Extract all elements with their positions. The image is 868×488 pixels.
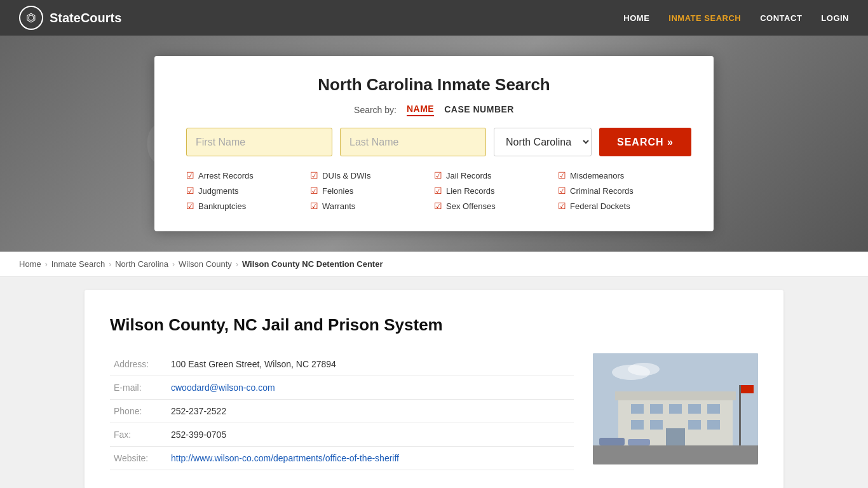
fax-value: 252-399-0705 <box>167 423 574 447</box>
check-icon: ☑ <box>186 201 194 211</box>
record-dui-label: DUIs & DWIs <box>322 171 371 180</box>
tab-case-number[interactable]: CASE NUMBER <box>444 104 514 116</box>
jail-image <box>593 353 758 464</box>
record-judgments-label: Judgments <box>198 186 239 196</box>
logo-text: StateCourts <box>50 11 121 25</box>
breadcrumb-north-carolina[interactable]: North Carolina <box>115 259 168 269</box>
record-jail: ☑ Jail Records <box>434 169 558 182</box>
state-select[interactable]: North Carolina Alabama Alaska Arizona Ca… <box>494 128 592 156</box>
check-icon: ☑ <box>310 186 318 196</box>
breadcrumb-wilson-county[interactable]: Wilson County <box>179 259 232 269</box>
check-icon: ☑ <box>434 170 442 180</box>
record-types-grid: ☑ Arrest Records ☑ DUIs & DWIs ☑ Jail Re… <box>186 169 682 212</box>
search-by-row: Search by: NAME CASE NUMBER <box>186 104 682 116</box>
svg-rect-18 <box>739 385 741 445</box>
check-icon: ☑ <box>558 186 566 196</box>
table-row: E-mail: cwoodard@wilson-co.com <box>110 376 574 400</box>
record-warrants: ☑ Warrants <box>310 200 434 212</box>
nav-contact[interactable]: CONTACT <box>760 13 802 23</box>
site-header: ⏣ StateCourts HOME INMATE SEARCH CONTACT… <box>0 0 868 36</box>
phone-value: 252-237-2522 <box>167 400 574 423</box>
check-icon: ☑ <box>558 201 566 211</box>
nav-inmate-search[interactable]: INMATE SEARCH <box>668 13 741 23</box>
check-icon: ☑ <box>434 201 442 211</box>
svg-rect-6 <box>631 404 644 414</box>
svg-rect-3 <box>593 445 758 464</box>
fax-label: Fax: <box>110 423 167 447</box>
jail-image-placeholder <box>593 353 758 464</box>
nav-home[interactable]: HOME <box>623 13 649 23</box>
table-row: Website: http://www.wilson-co.com/depart… <box>110 447 574 470</box>
tab-name[interactable]: NAME <box>407 104 434 116</box>
last-name-input[interactable] <box>340 128 486 156</box>
breadcrumb: Home › Inmate Search › North Carolina › … <box>0 252 868 277</box>
svg-rect-17 <box>628 439 650 445</box>
record-bankruptcy-label: Bankruptcies <box>198 201 246 211</box>
svg-rect-12 <box>650 420 663 430</box>
record-lien-label: Lien Records <box>446 186 495 196</box>
record-jail-label: Jail Records <box>446 171 492 180</box>
breadcrumb-inmate-search[interactable]: Inmate Search <box>51 259 105 269</box>
check-icon: ☑ <box>434 186 442 196</box>
nav-login[interactable]: LOGIN <box>821 13 849 23</box>
breadcrumb-current: Wilson County NC Detention Center <box>242 259 383 269</box>
logo-icon: ⏣ <box>19 6 43 30</box>
first-name-input[interactable] <box>186 128 332 156</box>
record-bankruptcy: ☑ Bankruptcies <box>186 200 310 212</box>
breadcrumb-sep-1: › <box>45 260 48 269</box>
record-misdemeanor: ☑ Misdemeanors <box>558 169 682 182</box>
svg-rect-11 <box>631 420 644 430</box>
svg-rect-8 <box>669 404 682 414</box>
address-label: Address: <box>110 353 167 376</box>
address-value: 100 East Green Street, Wilson, NC 27894 <box>167 353 574 376</box>
info-table: Address: 100 East Green Street, Wilson, … <box>110 353 574 470</box>
svg-rect-9 <box>688 404 701 414</box>
search-card-title: North Carolina Inmate Search <box>186 75 682 95</box>
record-felonies-label: Felonies <box>322 186 353 196</box>
site-logo[interactable]: ⏣ StateCourts <box>19 6 121 30</box>
svg-rect-19 <box>741 385 754 393</box>
svg-rect-5 <box>615 391 736 400</box>
breadcrumb-sep-3: › <box>172 260 175 269</box>
search-by-label: Search by: <box>354 105 397 115</box>
jail-title: Wilson County, NC Jail and Prison System <box>110 315 574 335</box>
svg-rect-13 <box>688 420 701 430</box>
breadcrumb-sep-4: › <box>236 260 238 269</box>
record-felonies: ☑ Felonies <box>310 184 434 197</box>
check-icon: ☑ <box>558 170 566 180</box>
website-label: Website: <box>110 447 167 470</box>
record-misdemeanor-label: Misdemeanors <box>570 171 624 180</box>
svg-rect-14 <box>707 420 720 430</box>
record-sex-offenses: ☑ Sex Offenses <box>434 200 558 212</box>
main-content-area: Wilson County, NC Jail and Prison System… <box>0 290 868 488</box>
svg-rect-15 <box>666 428 685 445</box>
svg-rect-16 <box>599 438 625 445</box>
record-judgments: ☑ Judgments <box>186 184 310 197</box>
search-inputs-row: North Carolina Alabama Alaska Arizona Ca… <box>186 128 682 156</box>
record-dui: ☑ DUIs & DWIs <box>310 169 434 182</box>
check-icon: ☑ <box>310 170 318 180</box>
table-row: Fax: 252-399-0705 <box>110 423 574 447</box>
website-value: http://www.wilson-co.com/departments/off… <box>167 447 574 470</box>
breadcrumb-home[interactable]: Home <box>19 259 41 269</box>
svg-rect-10 <box>707 404 720 414</box>
table-row: Phone: 252-237-2522 <box>110 400 574 423</box>
record-lien: ☑ Lien Records <box>434 184 558 197</box>
check-icon: ☑ <box>186 186 194 196</box>
svg-point-2 <box>628 363 660 376</box>
email-label: E-mail: <box>110 376 167 400</box>
record-warrants-label: Warrants <box>322 201 355 211</box>
email-value: cwoodard@wilson-co.com <box>167 376 574 400</box>
record-federal: ☑ Federal Dockets <box>558 200 682 212</box>
main-nav: HOME INMATE SEARCH CONTACT LOGIN <box>623 13 849 23</box>
record-arrest: ☑ Arrest Records <box>186 169 310 182</box>
jail-details: Wilson County, NC Jail and Prison System… <box>110 315 574 470</box>
email-link[interactable]: cwoodard@wilson-co.com <box>171 383 275 393</box>
record-criminal: ☑ Criminal Records <box>558 184 682 197</box>
website-link[interactable]: http://www.wilson-co.com/departments/off… <box>171 453 399 463</box>
jail-info-card: Wilson County, NC Jail and Prison System… <box>85 290 783 488</box>
record-arrest-label: Arrest Records <box>198 171 254 180</box>
phone-label: Phone: <box>110 400 167 423</box>
search-button[interactable]: SEARCH » <box>599 128 691 156</box>
record-federal-label: Federal Dockets <box>570 201 630 211</box>
